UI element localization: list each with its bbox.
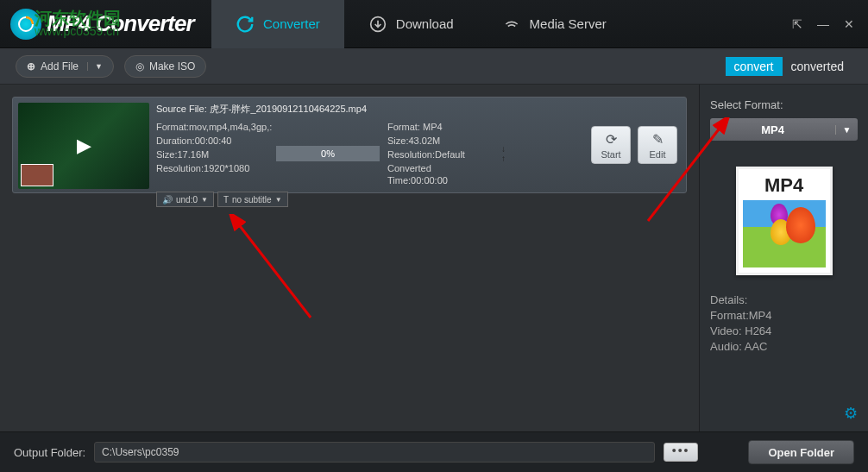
format-details: Details: Format:MP4 Video: H264 Audio: A… <box>710 293 858 355</box>
track-selectors: 🔊 und:0 ▼ T no subtitle ▼ <box>156 192 581 207</box>
format-preview-card: MP4 <box>736 167 833 275</box>
tab-converter[interactable]: Converter <box>211 0 344 48</box>
main-tabs: Converter Download Media Server <box>211 0 790 48</box>
subtab-converted[interactable]: converted <box>783 57 852 76</box>
window-controls: ⇱ — ✕ <box>790 17 868 31</box>
value: 43.02M <box>408 135 440 146</box>
audio-track-select[interactable]: 🔊 und:0 ▼ <box>156 192 214 207</box>
make-iso-button[interactable]: ◎ Make ISO <box>124 55 206 78</box>
footer-bar: Output Folder: ••• Open Folder <box>0 431 868 472</box>
source-filename: 虎牙-胖炸_20190912110464225.mp4 <box>210 104 367 114</box>
tab-media-server[interactable]: Media Server <box>478 0 631 48</box>
source-file-line: Source File: 虎牙-胖炸_20190912110464225.mp4 <box>156 103 581 116</box>
edit-button[interactable]: ✎ Edit <box>638 126 677 164</box>
value: Default <box>435 149 465 160</box>
select-format-label: Select Format: <box>710 98 858 111</box>
popout-icon[interactable]: ⇱ <box>790 17 804 31</box>
subtabs: convert converted <box>726 57 852 76</box>
output-meta-column: Format: MP4 Size:43.02M Resolution:Defau… <box>387 121 491 186</box>
tab-download[interactable]: Download <box>344 0 478 48</box>
annotation-arrow <box>224 214 328 326</box>
toolbar: ⊕ Add File ▼ ◎ Make ISO convert converte… <box>0 48 868 85</box>
value: 00:00:00 <box>411 175 448 186</box>
disc-icon: ◎ <box>135 60 144 72</box>
gear-icon[interactable]: ⚙ <box>844 404 858 423</box>
watermark-url: www.pc0359.cn <box>35 24 119 38</box>
title-bar: MP4 Converter 河东软件园 www.pc0359.cn Conver… <box>0 0 868 48</box>
text-icon: T <box>223 195 229 205</box>
format-sidebar: Select Format: MP4 ▼ MP4 Details: Format… <box>699 85 868 431</box>
arrow-down-icon[interactable]: ↑ <box>501 154 506 163</box>
chevron-down-icon[interactable]: ▼ <box>87 62 103 71</box>
browse-button[interactable]: ••• <box>664 443 698 462</box>
file-list-pane: ▶ Source File: 虎牙-胖炸_20190912110464225.m… <box>0 85 699 431</box>
wifi-icon <box>502 15 521 34</box>
chevron-down-icon: ▼ <box>201 196 208 204</box>
value: MP4 <box>423 122 443 132</box>
tab-label: Download <box>396 16 454 31</box>
output-folder-label: Output Folder: <box>14 446 85 459</box>
button-label: Edit <box>650 149 666 160</box>
value: 00:00:40 <box>195 135 232 146</box>
progress-column: 0% <box>275 121 381 186</box>
file-row[interactable]: ▶ Source File: 虎牙-胖炸_20190912110464225.m… <box>12 97 687 193</box>
speaker-icon: 🔊 <box>162 195 173 205</box>
audio-track-value: und:0 <box>176 195 198 205</box>
label: Resolution: <box>387 149 435 160</box>
close-icon[interactable]: ✕ <box>842 17 856 31</box>
progress-bar: 0% <box>276 146 380 161</box>
plus-icon: ⊕ <box>27 60 35 72</box>
edit-icon: ✎ <box>652 131 664 148</box>
value: 17.16M <box>177 149 209 160</box>
play-icon: ▶ <box>77 135 91 157</box>
download-icon <box>368 15 387 34</box>
subtab-convert[interactable]: convert <box>726 57 783 76</box>
refresh-icon: ⟳ <box>606 131 617 148</box>
source-label: Source File: <box>156 104 207 114</box>
arrow-up-icon[interactable]: ↓ <box>501 144 506 154</box>
thumbnail-pip <box>21 164 53 186</box>
refresh-icon <box>236 15 255 34</box>
value: 1920*1080 <box>204 163 249 173</box>
detail-video: Video: H264 <box>710 324 858 339</box>
tab-label: Media Server <box>530 16 607 31</box>
label: Duration: <box>156 135 195 146</box>
label: Format: <box>387 122 420 132</box>
svg-line-2 <box>237 223 311 318</box>
value: mov,mp4,m4a,3gp,: <box>189 122 272 132</box>
output-folder-input[interactable] <box>94 442 655 463</box>
chevron-down-icon: ▼ <box>275 196 282 204</box>
detail-audio: Audio: AAC <box>710 339 858 355</box>
button-label: Start <box>601 149 620 160</box>
video-thumbnail[interactable]: ▶ <box>18 103 149 189</box>
details-header: Details: <box>710 293 858 308</box>
start-button[interactable]: ⟳ Start <box>591 126 631 164</box>
subtitle-value: no subtitle <box>232 195 272 205</box>
add-file-button[interactable]: ⊕ Add File ▼ <box>16 55 114 78</box>
minimize-icon[interactable]: — <box>816 17 830 31</box>
file-metadata: Source File: 虎牙-胖炸_20190912110464225.mp4… <box>156 103 581 187</box>
label: Size: <box>156 149 177 160</box>
format-dropdown[interactable]: MP4 ▼ <box>710 118 858 141</box>
reorder-arrows[interactable]: ↓ ↑ <box>501 144 506 163</box>
button-label: Add File <box>41 60 79 72</box>
detail-format: Format:MP4 <box>710 308 858 324</box>
format-value: MP4 <box>710 123 835 136</box>
label: Resolution: <box>156 163 204 173</box>
tab-label: Converter <box>263 16 320 31</box>
row-actions: ⟳ Start ✎ Edit <box>588 103 681 187</box>
label: Format: <box>156 122 189 132</box>
open-folder-button[interactable]: Open Folder <box>748 440 854 464</box>
chevron-down-icon[interactable]: ▼ <box>835 125 858 135</box>
logo-area: MP4 Converter 河东软件园 www.pc0359.cn <box>0 0 211 48</box>
source-meta-column: Format:mov,mp4,m4a,3gp,: Duration:00:00:… <box>156 121 268 186</box>
subtitle-select[interactable]: T no subtitle ▼ <box>217 192 288 207</box>
balloon-icon <box>786 207 815 243</box>
card-format-label: MP4 <box>764 174 803 197</box>
main-area: ▶ Source File: 虎牙-胖炸_20190912110464225.m… <box>0 85 868 431</box>
card-image <box>743 200 826 267</box>
label: Size: <box>387 135 408 146</box>
button-label: Make ISO <box>149 60 195 72</box>
